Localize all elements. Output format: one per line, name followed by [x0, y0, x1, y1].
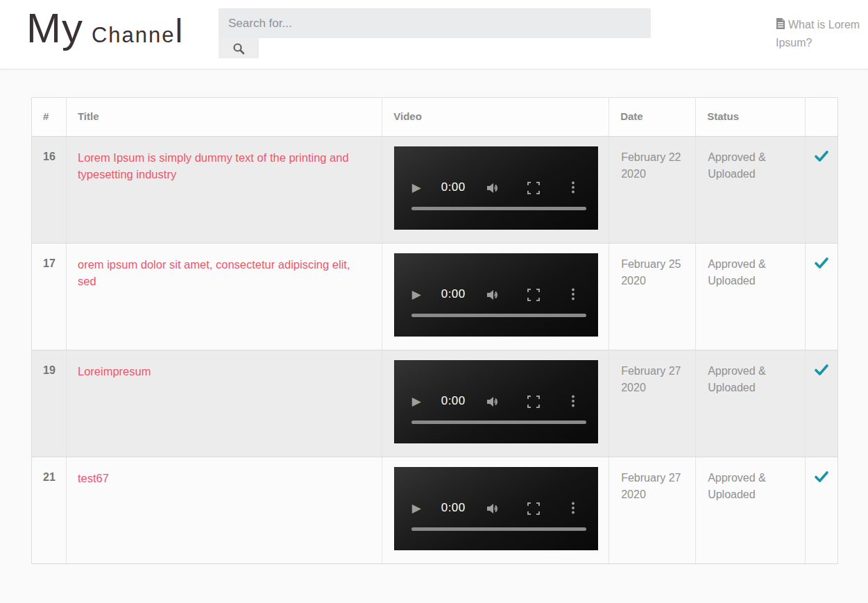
status-cell: Approved & Uploaded	[696, 457, 806, 564]
overflow-menu-icon[interactable]	[571, 395, 575, 410]
play-icon[interactable]: ▶	[408, 287, 425, 303]
document-icon	[776, 18, 785, 35]
row-number: 17	[32, 244, 67, 350]
date-cell: February 27 2020	[609, 457, 696, 564]
video-player[interactable]: ▶ 0:00	[394, 253, 598, 337]
logo-text-channel-tail: l	[176, 12, 183, 50]
overflow-menu-icon[interactable]	[571, 181, 575, 196]
status-cell: Approved & Uploaded	[696, 350, 806, 457]
logo-text-channel: Channe	[92, 23, 176, 48]
volume-icon[interactable]	[486, 181, 501, 198]
title-cell: test67	[66, 457, 382, 564]
logo-text-my: My	[26, 4, 83, 52]
videos-table-container: # Title Video Date Status 16 Lorem Ipsum…	[31, 97, 838, 564]
video-time: 0:00	[430, 501, 476, 515]
approved-check-icon	[814, 470, 829, 486]
col-header-number: #	[32, 98, 67, 137]
video-player[interactable]: ▶ 0:00	[394, 146, 598, 230]
date-cell: February 27 2020	[609, 350, 696, 457]
table-row: 16 Lorem Ipsum is simply dummy text of t…	[32, 137, 838, 244]
col-header-video: Video	[382, 98, 609, 137]
approved-cell	[805, 350, 837, 457]
table-row: 21 test67 ▶ 0:00	[32, 457, 838, 564]
status-cell: Approved & Uploaded	[696, 244, 806, 350]
search-form	[219, 8, 651, 58]
title-cell: Lorem Ipsum is simply dummy text of the …	[66, 137, 382, 244]
fullscreen-icon[interactable]	[527, 396, 540, 411]
approved-check-icon	[814, 149, 829, 166]
table-row: 17 orem ipsum dolor sit amet, consectetu…	[32, 244, 838, 350]
video-title-link[interactable]: test67	[78, 472, 109, 484]
video-table-body: 16 Lorem Ipsum is simply dummy text of t…	[32, 137, 838, 564]
search-input[interactable]	[219, 8, 651, 38]
fullscreen-icon[interactable]	[527, 182, 540, 197]
video-cell: ▶ 0:00	[382, 244, 609, 350]
what-is-lorem-ipsum-link[interactable]: What is Lorem Ipsum?	[776, 17, 863, 51]
title-cell: Loreimpresum	[66, 350, 382, 457]
approved-check-icon	[814, 256, 829, 273]
volume-icon[interactable]	[486, 288, 501, 305]
volume-icon[interactable]	[486, 502, 501, 518]
video-player[interactable]: ▶ 0:00	[394, 360, 598, 443]
row-number: 21	[32, 457, 67, 564]
row-number: 16	[32, 137, 67, 244]
approved-cell	[805, 137, 837, 244]
play-icon[interactable]: ▶	[408, 180, 425, 196]
video-progress-bar[interactable]	[411, 207, 586, 210]
col-header-title: Title	[66, 98, 382, 137]
volume-icon[interactable]	[486, 395, 501, 411]
overflow-menu-icon[interactable]	[571, 288, 575, 303]
video-cell: ▶ 0:00	[382, 457, 609, 564]
date-cell: February 22 2020	[609, 137, 696, 244]
video-progress-bar[interactable]	[411, 421, 586, 424]
video-title-link[interactable]: Loreimpresum	[78, 365, 151, 377]
col-header-actions	[805, 98, 837, 137]
help-link-label: What is Lorem Ipsum?	[776, 19, 860, 49]
search-icon	[232, 46, 245, 57]
table-row: 19 Loreimpresum ▶ 0:00	[32, 350, 838, 457]
videos-table: # Title Video Date Status 16 Lorem Ipsum…	[31, 97, 838, 564]
fullscreen-icon[interactable]	[527, 502, 540, 518]
top-navbar: My Channe l What is Lorem Ipsum?	[0, 0, 868, 69]
site-logo[interactable]: My Channe l	[26, 4, 182, 52]
play-icon[interactable]: ▶	[408, 393, 425, 410]
approved-check-icon	[814, 363, 829, 380]
date-cell: February 25 2020	[609, 244, 696, 350]
title-cell: orem ipsum dolor sit amet, consectetur a…	[66, 244, 382, 350]
status-cell: Approved & Uploaded	[696, 137, 806, 244]
fullscreen-icon[interactable]	[527, 289, 540, 304]
video-time: 0:00	[430, 394, 476, 408]
overflow-menu-icon[interactable]	[571, 502, 575, 517]
row-number: 19	[32, 350, 67, 457]
video-progress-bar[interactable]	[411, 527, 586, 531]
col-header-date: Date	[609, 98, 696, 137]
search-button[interactable]	[219, 38, 259, 58]
video-player[interactable]: ▶ 0:00	[394, 467, 598, 550]
video-time: 0:00	[430, 287, 476, 301]
video-title-link[interactable]: orem ipsum dolor sit amet, consectetur a…	[78, 258, 350, 287]
approved-cell	[805, 244, 837, 350]
play-icon[interactable]: ▶	[408, 500, 425, 517]
table-header-row: # Title Video Date Status	[32, 98, 838, 137]
video-progress-bar[interactable]	[411, 314, 586, 317]
video-cell: ▶ 0:00	[382, 137, 609, 244]
video-time: 0:00	[430, 180, 476, 194]
video-cell: ▶ 0:00	[382, 350, 609, 457]
approved-cell	[805, 457, 837, 564]
col-header-status: Status	[696, 98, 806, 137]
video-title-link[interactable]: Lorem Ipsum is simply dummy text of the …	[78, 151, 349, 180]
